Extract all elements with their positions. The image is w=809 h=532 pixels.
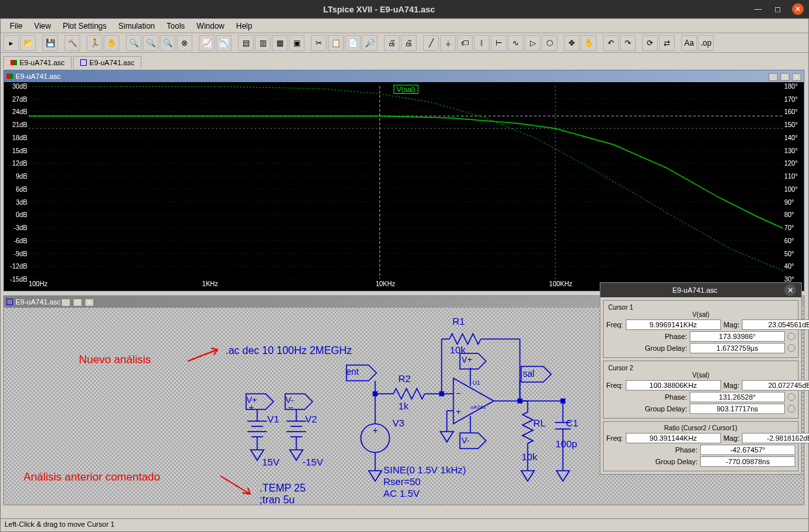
label-r1[interactable]: R1 [452, 316, 465, 327]
label-rl[interactable]: RL [533, 417, 546, 428]
redo-icon[interactable]: ↷ [620, 35, 636, 51]
cursor-panel-titlebar[interactable]: E9-uA741.asc ✕ [600, 283, 801, 297]
resistor-icon[interactable]: ⧙ [474, 35, 490, 51]
label-v1val[interactable]: 15V [262, 456, 280, 467]
r-phase-input[interactable] [700, 445, 795, 455]
copy-icon[interactable]: 📋 [328, 35, 344, 51]
c2-mag-input[interactable] [742, 380, 809, 391]
port-opamp-vm[interactable]: V- [462, 436, 469, 445]
run-icon[interactable]: 🏃 [87, 35, 102, 51]
plot-window-titlebar[interactable]: E9-uA741.asc _ □ × [4, 70, 804, 82]
c1-mag-input[interactable] [742, 319, 809, 330]
r-gd-input[interactable] [700, 456, 795, 467]
label-sine[interactable]: SINE(0 1.5V 1kHz) [383, 464, 466, 475]
tile-h-icon[interactable]: ▤ [238, 35, 254, 51]
save-icon[interactable]: 💾 [42, 35, 58, 51]
plot-canvas[interactable]: 30dB27dB24dB21dB18dB15dB12dB9dB6dB3dB0dB… [4, 82, 804, 291]
minimize-icon[interactable]: — [753, 4, 763, 14]
mirror-icon[interactable]: ⇄ [659, 35, 675, 51]
plot-grid[interactable]: V(sal) [29, 86, 783, 279]
c2-phase-radio[interactable] [787, 393, 795, 401]
tab-plot[interactable]: E9-uA741.asc [3, 56, 72, 68]
c2-gd-input[interactable] [690, 404, 785, 414]
print-setup-icon[interactable]: 🖨 [401, 35, 417, 51]
port-vplus[interactable]: V+ [246, 395, 257, 405]
label-c1[interactable]: C1 [566, 417, 578, 428]
zoom-pan-icon[interactable]: 🔍 [143, 35, 158, 51]
spice-directive-icon[interactable]: .op [698, 35, 714, 51]
y-axis-left[interactable]: 30dB27dB24dB21dB18dB15dB12dB9dB6dB3dB0dB… [4, 86, 29, 279]
close-icon[interactable]: ✕ [792, 3, 804, 15]
y-axis-right[interactable]: 180°170°160°150°140°130°120°110°100°90°8… [783, 86, 804, 279]
new-icon[interactable]: ▸ [3, 35, 19, 51]
r-mag-input[interactable] [742, 433, 809, 443]
label-ua741[interactable]: uA741 [471, 404, 486, 410]
port-vminus[interactable]: V- [286, 395, 293, 405]
text-icon[interactable]: Aa [681, 35, 697, 51]
menu-help[interactable]: Help [231, 20, 257, 32]
c1-gd-radio[interactable] [787, 344, 795, 352]
c1-phase-input[interactable] [690, 331, 785, 342]
label-v2[interactable]: V2 [305, 413, 317, 424]
label-rlval[interactable]: 10k [522, 451, 537, 462]
zoom-fit-icon[interactable]: ⊗ [177, 35, 192, 51]
c2-gd-radio[interactable] [787, 405, 795, 413]
close-all-icon[interactable]: ▣ [289, 35, 304, 51]
cut-icon[interactable]: ✂ [311, 35, 327, 51]
menu-view[interactable]: View [29, 20, 56, 32]
menu-simulation[interactable]: Simulation [113, 20, 160, 32]
label-rser[interactable]: Rser=50 [383, 476, 420, 487]
menu-tools[interactable]: Tools [162, 20, 190, 32]
ground-icon[interactable]: ⏚ [440, 35, 456, 51]
c1-gd-input[interactable] [690, 343, 785, 353]
zoom-out-icon[interactable]: 🔍 [160, 35, 175, 51]
wire-icon[interactable]: ╱ [423, 35, 439, 51]
tile-v-icon[interactable]: ▥ [255, 35, 271, 51]
move-icon[interactable]: ✥ [564, 35, 580, 51]
diode-icon[interactable]: ▷ [525, 35, 540, 51]
plot-close-icon[interactable]: × [792, 73, 801, 81]
zoom-in-icon[interactable]: 🔍 [126, 35, 141, 51]
label-r2[interactable]: R2 [398, 373, 411, 384]
inductor-icon[interactable]: ∿ [508, 35, 523, 51]
label-r1val[interactable]: 10k [450, 344, 465, 355]
port-ent[interactable]: ent [346, 366, 359, 377]
spice-tran-comment[interactable]: ;tran 5u [259, 494, 295, 506]
port-sal[interactable]: sal [523, 368, 535, 379]
label-v3[interactable]: V3 [392, 417, 404, 428]
pick-icon[interactable]: 📉 [216, 35, 231, 51]
open-icon[interactable]: 📂 [20, 35, 36, 51]
paste-icon[interactable]: 📄 [345, 35, 360, 51]
hammer-icon[interactable]: 🔨 [65, 35, 80, 51]
drag-icon[interactable]: ✋ [581, 35, 596, 51]
rotate-icon[interactable]: ⟳ [642, 35, 658, 51]
sch-close-icon[interactable]: × [85, 299, 94, 306]
label-v1[interactable]: V1 [267, 413, 279, 424]
netlabel-icon[interactable]: 🏷 [457, 35, 473, 51]
label-v2val[interactable]: -15V [302, 456, 323, 467]
c1-freq-input[interactable] [626, 319, 721, 330]
port-opamp-vp[interactable]: V+ [462, 355, 472, 364]
label-r2val[interactable]: 1k [398, 400, 409, 411]
tab-schematic[interactable]: E9-uA741.asc [73, 56, 141, 68]
plot-max-icon[interactable]: □ [780, 73, 789, 81]
print-icon[interactable]: 🖨 [384, 35, 400, 51]
cascade-icon[interactable]: ▦ [272, 35, 287, 51]
undo-icon[interactable]: ↶ [603, 35, 619, 51]
capacitor-icon[interactable]: ⊢ [491, 35, 507, 51]
plot-min-icon[interactable]: _ [769, 73, 778, 81]
label-c1val[interactable]: 100p [555, 438, 577, 449]
halt-icon[interactable]: ✋ [104, 35, 119, 51]
spice-temp-directive[interactable]: .TEMP 25 [259, 482, 306, 494]
c2-freq-input[interactable] [626, 380, 721, 391]
menu-plot-settings[interactable]: Plot Settings [57, 20, 111, 32]
maximize-icon[interactable]: ◻ [772, 4, 783, 14]
component-icon[interactable]: ⬡ [542, 35, 557, 51]
menu-file[interactable]: File [5, 20, 27, 32]
label-acv[interactable]: AC 1.5V [383, 488, 420, 499]
find-icon[interactable]: 🔎 [362, 35, 377, 51]
spice-ac-directive[interactable]: .ac dec 10 100Hz 2MEGHz [226, 345, 352, 357]
cursor-close-icon[interactable]: ✕ [784, 284, 796, 296]
autorange-icon[interactable]: 📈 [199, 35, 214, 51]
menu-window[interactable]: Window [192, 20, 230, 32]
